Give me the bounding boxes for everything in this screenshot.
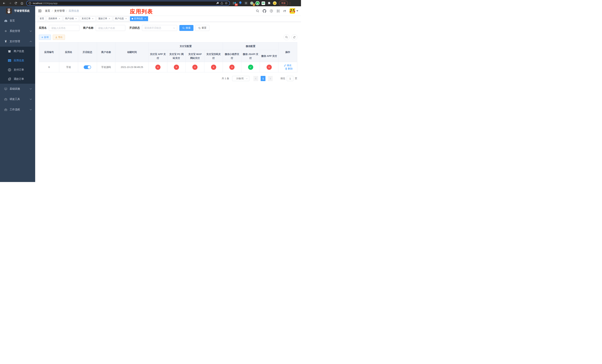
bookmark-star-icon[interactable] — [225, 2, 228, 5]
coin-yen-icon: ¥ — [7, 68, 11, 72]
sidebar-item-devtools[interactable]: 研发工具 — [0, 94, 35, 104]
col-group-wechat: 微信配置 — [223, 43, 278, 50]
browser-extensions: 10 ⌘ 1 y — [233, 1, 277, 5]
page-number-button[interactable]: 1 — [261, 76, 266, 81]
reload-icon — [14, 2, 17, 5]
address-bar[interactable]: localhost:1024/pay/app — [26, 1, 230, 6]
font-size-icon[interactable]: TT — [283, 10, 286, 13]
tab-refund-order[interactable]: 退款订单 × — [97, 16, 112, 21]
browser-reload-button[interactable] — [13, 0, 19, 6]
search-icon — [182, 27, 185, 29]
storefront-icon — [7, 50, 11, 53]
extension-balloon-icon[interactable] — [238, 1, 242, 5]
user-avatar-menu[interactable] — [290, 8, 298, 14]
export-button[interactable]: 导出 — [53, 35, 65, 40]
sidebar-item-infrastructure[interactable]: 基础设施 — [0, 84, 35, 94]
prev-page-button[interactable] — [253, 76, 258, 81]
sidebar-item-refund-order[interactable]: 退款订单 — [0, 75, 35, 84]
app-name-input[interactable] — [49, 25, 79, 31]
refresh-icon — [198, 27, 201, 29]
page-size-select[interactable]: 10条/页 — [232, 76, 249, 81]
browser-update-button[interactable]: 更新 — [279, 1, 288, 6]
tab-pay-order[interactable]: 支付订单 × — [80, 16, 96, 21]
sidebar-collapse-icon[interactable] — [38, 9, 42, 13]
status-select[interactable]: 请选择开启状态 — [142, 25, 177, 31]
table-toolbar: 新增 导出 — [39, 34, 297, 40]
page-annotation-title: 应用列表 — [130, 8, 153, 15]
alipay-wap-status-icon: × — [192, 65, 197, 70]
breadcrumb-payment[interactable]: 支付管理 — [54, 9, 64, 13]
toggle-search-button[interactable] — [284, 34, 290, 40]
share-icon[interactable] — [220, 2, 223, 5]
url-text[interactable]: localhost:1024/pay/app — [33, 2, 215, 5]
merchant-name-input[interactable] — [96, 25, 125, 31]
chevron-down-icon — [246, 78, 248, 79]
close-icon[interactable]: × — [125, 17, 127, 20]
close-icon[interactable]: × — [144, 17, 146, 20]
col-wechat-mini: 微信小程序支付 — [223, 50, 241, 62]
status-toggle[interactable] — [84, 65, 91, 69]
sidebar-item-workflow[interactable]: 工作流程 — [0, 104, 35, 115]
refresh-icon — [293, 36, 296, 39]
browser-forward-button[interactable] — [7, 0, 13, 6]
sidebar-item-label: 工作流程 — [10, 108, 20, 111]
extension-pin-icon[interactable]: 10 — [233, 1, 236, 5]
close-icon[interactable]: × — [91, 17, 94, 20]
browser-menu-icon[interactable]: ⋮ — [289, 2, 291, 4]
tab-home[interactable]: 首页 — [38, 16, 46, 21]
edit-button[interactable]: 修改 — [284, 64, 291, 67]
help-icon[interactable] — [270, 9, 273, 13]
tab-user-group[interactable]: 用户分组 × — [63, 16, 79, 21]
col-app-name: 应用名 — [59, 43, 78, 62]
next-page-button[interactable] — [268, 76, 273, 81]
extension-badge: 10 — [235, 3, 238, 6]
close-icon[interactable]: × — [58, 17, 61, 20]
home-icon — [20, 2, 23, 5]
filter-form: 应用名 商户名称 开启状态 请选择开启状态 搜索 重置 — [39, 25, 297, 31]
sidebar-logo-row[interactable]: 芋道管理系统 — [0, 6, 35, 16]
github-icon[interactable] — [263, 9, 266, 13]
extension-command-icon[interactable]: ⌘ — [244, 1, 248, 5]
extensions-puzzle-icon[interactable] — [267, 1, 271, 5]
reset-button[interactable]: 重置 — [195, 25, 209, 31]
close-icon[interactable]: × — [75, 17, 77, 20]
col-status: 开启状态 — [78, 43, 97, 62]
edit-pen-icon — [284, 64, 286, 66]
cell-merchant: 芋道源码 — [97, 62, 115, 72]
tab-merchant-info[interactable]: 商户信息 × — [113, 16, 129, 21]
close-icon[interactable]: × — [108, 17, 111, 20]
sidebar-item-system[interactable]: 系统管理 — [0, 26, 35, 36]
tab-app-info[interactable]: 应用信息 × — [130, 16, 148, 21]
site-info-icon[interactable] — [29, 2, 31, 5]
browser-home-button[interactable] — [19, 0, 24, 6]
breadcrumb-home[interactable]: 首页 — [45, 9, 50, 13]
monitor-icon — [4, 87, 8, 90]
yen-icon: ¥ — [4, 40, 8, 43]
extension-recorder-icon[interactable]: 1 — [250, 1, 254, 5]
sidebar-item-app-info[interactable]: 应用信息 — [0, 56, 35, 65]
profile-avatar-icon[interactable] — [273, 1, 277, 5]
search-icon — [285, 36, 288, 39]
fullscreen-icon[interactable] — [277, 10, 280, 13]
search-button[interactable]: 搜索 — [179, 25, 194, 31]
goto-page-input[interactable] — [287, 76, 293, 81]
back-arrow-icon — [3, 2, 6, 5]
extension-y-icon[interactable]: y — [256, 1, 259, 5]
col-alipay-scan: 支付宝扫码支付 — [204, 50, 223, 62]
password-key-icon[interactable] — [216, 2, 219, 5]
browser-back-button[interactable] — [1, 0, 7, 6]
tab-process-form[interactable]: 流程表单 × — [47, 16, 62, 21]
sidebar-item-merchant-info[interactable]: 商户信息 — [0, 47, 35, 56]
col-app-id: 应用编号 — [39, 43, 59, 62]
payment-submenu: 商户信息 应用信息 ¥ 支付订单 — [0, 47, 35, 84]
delete-button[interactable]: 删除 — [285, 67, 293, 70]
sidebar-item-home[interactable]: 首页 — [0, 16, 35, 26]
header-search-icon[interactable] — [256, 10, 259, 13]
alipay-pc-status-icon: × — [174, 65, 179, 70]
sidebar-item-payment[interactable]: ¥ 支付管理 — [0, 36, 35, 47]
refresh-table-button[interactable] — [291, 34, 297, 40]
chevron-down-icon — [30, 109, 32, 110]
extension-chat-icon[interactable] — [261, 1, 265, 5]
sidebar-item-pay-order[interactable]: ¥ 支付订单 — [0, 65, 35, 75]
add-button[interactable]: 新增 — [39, 35, 51, 40]
